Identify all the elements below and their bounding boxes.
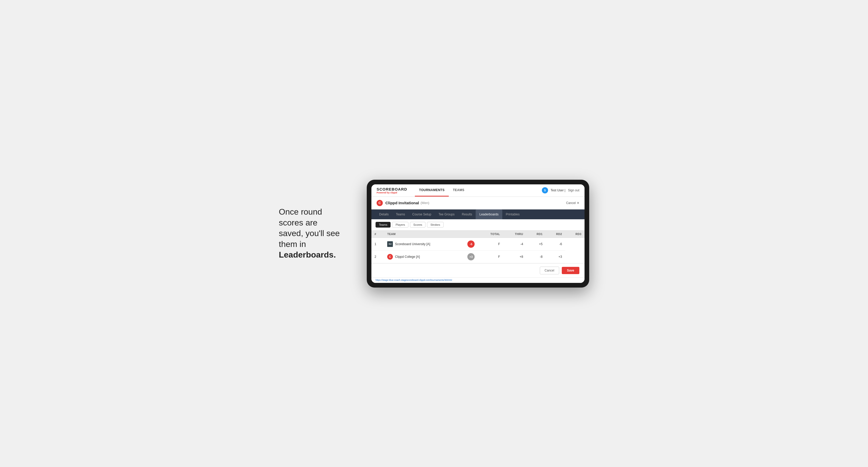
app-logo: SCOREBOARD — [377, 187, 407, 191]
filter-scores-button[interactable]: Scores — [410, 222, 426, 227]
sub-tab-leaderboards[interactable]: Leaderboards — [476, 210, 502, 219]
rd3-cell: +3 — [546, 250, 565, 263]
top-navigation: SCOREBOARD Powered by clippd TOURNAMENTS… — [371, 184, 585, 197]
table-header-row: # TEAM TOTAL THRU RD1 RD2 RD3 — [371, 230, 585, 238]
team-logo-clippd: C — [387, 254, 393, 260]
team-name-cell: SU Scoreboard University [A] -5 — [384, 238, 478, 250]
team-name-cell: C Clippd College [A] +3 — [384, 250, 478, 263]
logo-subtitle: Powered by clippd — [377, 191, 407, 194]
rd2-cell: +5 — [526, 238, 546, 250]
thru-cell: F — [478, 238, 503, 250]
rd1-cell: +8 — [503, 250, 526, 263]
tournament-header: C Clippd Invitational (Men) Cancel ✕ — [371, 197, 585, 210]
rd1-cell: -4 — [503, 238, 526, 250]
table-row: 2 C Clippd College [A] +3 F — [371, 250, 585, 263]
rank-cell: 1 — [371, 238, 384, 250]
score-badge-red: -5 — [467, 241, 475, 248]
col-rd1: RD1 — [526, 230, 546, 238]
rd3-cell: -6 — [546, 238, 565, 250]
nav-right-area: S Test User | Sign out — [542, 187, 579, 193]
sub-tab-printables[interactable]: Printables — [502, 210, 523, 219]
filter-players-button[interactable]: Players — [392, 222, 408, 227]
sub-tab-course-setup[interactable]: Course Setup — [409, 210, 435, 219]
rank-cell: 2 — [371, 250, 384, 263]
sub-navigation: Details Teams Course Setup Tee Groups Re… — [371, 210, 585, 219]
sub-tab-teams[interactable]: Teams — [392, 210, 409, 219]
col-total: TOTAL — [478, 230, 503, 238]
col-rank: # — [371, 230, 384, 238]
col-thru: THRU — [503, 230, 526, 238]
user-avatar: S — [542, 187, 548, 193]
table-row: 1 SU Scoreboard University [A] -5 — [371, 238, 585, 250]
team-logo-scoreboard: SU — [387, 241, 393, 247]
rd2-cell: -8 — [526, 250, 546, 263]
main-nav-tabs: TOURNAMENTS TEAMS — [415, 184, 468, 196]
sub-tab-details[interactable]: Details — [376, 210, 392, 219]
nav-tab-teams[interactable]: TEAMS — [449, 184, 469, 196]
nav-tab-tournaments[interactable]: TOURNAMENTS — [415, 184, 449, 196]
cancel-button[interactable]: Cancel — [540, 267, 559, 274]
sub-tab-results[interactable]: Results — [458, 210, 476, 219]
col-rd2: RD2 — [546, 230, 565, 238]
tournament-gender: (Men) — [421, 201, 429, 205]
tournament-name: Clippd Invitational — [385, 201, 419, 205]
filter-strokes-button[interactable]: Strokes — [427, 222, 443, 227]
sub-tab-tee-groups[interactable]: Tee Groups — [435, 210, 458, 219]
sign-out-button[interactable]: Sign out — [568, 188, 579, 192]
col-rd3: RD3 — [565, 230, 585, 238]
score-badge-gray: +3 — [467, 253, 475, 260]
tablet-frame: SCOREBOARD Powered by clippd TOURNAMENTS… — [367, 180, 589, 287]
tablet-screen: SCOREBOARD Powered by clippd TOURNAMENTS… — [371, 184, 585, 283]
logo-area: SCOREBOARD Powered by clippd — [377, 187, 407, 194]
modal-footer: Cancel Save — [371, 263, 585, 277]
thru-cell: F — [478, 250, 503, 263]
save-button[interactable]: Save — [562, 267, 579, 274]
left-description: Once round scores are saved, you'll see … — [279, 207, 351, 260]
filter-bar: Teams Players Scores Strokes — [371, 219, 585, 230]
tournament-icon: C — [377, 200, 383, 206]
user-name: Test User | — [551, 188, 565, 192]
leaderboard-table: # TEAM TOTAL THRU RD1 RD2 RD3 1 — [371, 230, 585, 263]
leaderboard-table-container: # TEAM TOTAL THRU RD1 RD2 RD3 1 — [371, 230, 585, 263]
url-bar: https://stage-blue-coach.stagescoreboard… — [371, 277, 585, 283]
tournament-cancel-button[interactable]: Cancel ✕ — [566, 201, 579, 205]
col-team: TEAM — [384, 230, 478, 238]
filter-teams-button[interactable]: Teams — [376, 222, 391, 227]
